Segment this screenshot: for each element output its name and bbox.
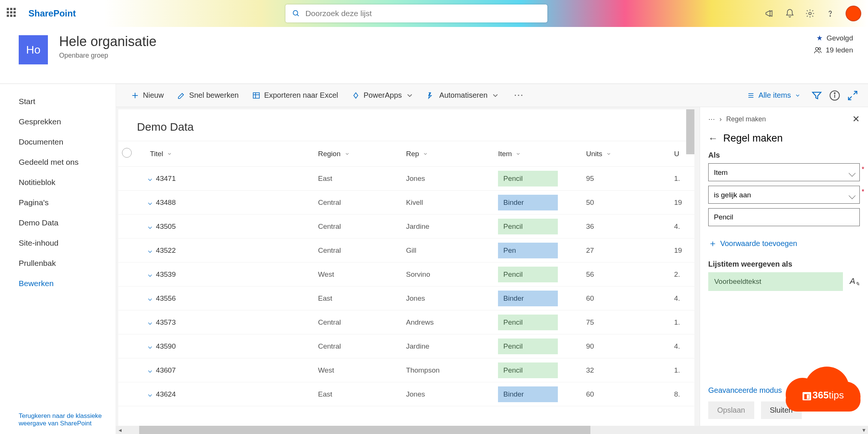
table-row[interactable]: 43539WestSorvinoPencil562. bbox=[118, 262, 694, 286]
site-title[interactable]: Hele organisatie bbox=[59, 34, 156, 49]
bell-icon[interactable] bbox=[785, 9, 795, 18]
nav-item[interactable]: Prullenbak bbox=[19, 253, 116, 273]
cell-titel: 43488 bbox=[146, 191, 314, 215]
app-launcher-icon[interactable] bbox=[7, 8, 18, 19]
brand-label[interactable]: SharePoint bbox=[28, 8, 76, 19]
row-select[interactable] bbox=[118, 191, 146, 215]
chevron-down-icon bbox=[795, 92, 801, 98]
cell-titel: 43505 bbox=[146, 215, 314, 239]
row-select[interactable] bbox=[118, 334, 146, 358]
horizontal-scrollbar-thumb[interactable] bbox=[139, 426, 590, 434]
column-header-region[interactable]: Region bbox=[314, 141, 402, 167]
export-excel-button[interactable]: Exporteren naar Excel bbox=[247, 88, 343, 103]
quick-edit-button[interactable]: Snel bewerken bbox=[172, 88, 244, 103]
cell-u: 2. bbox=[670, 262, 694, 286]
column-header-rep[interactable]: Rep bbox=[402, 141, 494, 167]
table-row[interactable]: 43522CentralGillPen2719 bbox=[118, 239, 694, 262]
cell-units: 95 bbox=[583, 167, 670, 191]
svg-line-18 bbox=[849, 96, 852, 100]
cell-u: 4. bbox=[670, 215, 694, 239]
main-area: Nieuw Snel bewerken Exporteren naar Exce… bbox=[116, 84, 868, 434]
back-arrow-icon[interactable]: ← bbox=[708, 133, 718, 144]
condition-value-field[interactable] bbox=[708, 208, 860, 226]
nav-item[interactable]: Gesprekken bbox=[19, 112, 116, 132]
megaphone-icon[interactable] bbox=[765, 9, 774, 18]
cell-rep: Jardine bbox=[402, 215, 494, 239]
table-row[interactable]: 43556EastJonesBinder604. bbox=[118, 286, 694, 310]
info-icon[interactable] bbox=[829, 90, 840, 101]
table-row[interactable]: 43505CentralJardinePencil364. bbox=[118, 215, 694, 239]
follow-button[interactable]: ★ Gevolgd bbox=[814, 34, 853, 42]
table-row[interactable]: 43607WestThompsonPencil321. bbox=[118, 358, 694, 382]
column-header-titel[interactable]: Titel bbox=[146, 141, 314, 167]
add-condition-button[interactable]: ＋ Voorwaarde toevoegen bbox=[708, 237, 860, 249]
table-row[interactable]: 43471EastJonesPencil951. bbox=[118, 167, 694, 191]
site-nav: StartGesprekkenDocumentenGedeeld met ons… bbox=[0, 84, 116, 434]
table-row[interactable]: 43488CentralKivellBinder5019 bbox=[118, 191, 694, 215]
view-selector[interactable]: Alle items bbox=[743, 89, 804, 102]
gear-icon[interactable] bbox=[805, 9, 815, 18]
plus-icon: ＋ bbox=[708, 237, 717, 249]
scroll-left-arrow[interactable]: ◂ bbox=[116, 427, 124, 434]
condition-column-field[interactable]: Item * bbox=[708, 163, 860, 181]
chevron-right-icon: › bbox=[719, 115, 722, 123]
new-button[interactable]: Nieuw bbox=[126, 88, 169, 103]
table-row[interactable]: 43624EastJonesBinder608. bbox=[118, 382, 694, 406]
vertical-scrollbar-thumb[interactable] bbox=[686, 109, 694, 154]
condition-column-select[interactable]: Item bbox=[708, 163, 860, 181]
condition-operator-field[interactable]: is gelijk aan * bbox=[708, 186, 860, 204]
nav-edit-link[interactable]: Bewerken bbox=[19, 273, 116, 294]
plus-icon bbox=[131, 91, 139, 100]
row-select[interactable] bbox=[118, 215, 146, 239]
row-select[interactable] bbox=[118, 167, 146, 191]
suite-actions bbox=[765, 6, 861, 21]
powerapps-button[interactable]: PowerApps bbox=[346, 88, 419, 103]
condition-value-input[interactable] bbox=[708, 208, 860, 226]
automate-button[interactable]: Automatiseren bbox=[422, 88, 505, 103]
cell-units: 90 bbox=[583, 334, 670, 358]
row-select[interactable] bbox=[118, 239, 146, 262]
filter-icon[interactable] bbox=[811, 90, 822, 101]
close-panel-button[interactable]: ✕ bbox=[852, 114, 860, 124]
cell-rep: Gill bbox=[402, 239, 494, 262]
horizontal-scrollbar[interactable]: ◂ ▾ bbox=[116, 426, 868, 434]
cell-units: 36 bbox=[583, 215, 670, 239]
cell-region: Central bbox=[314, 334, 402, 358]
nav-item[interactable]: Demo Data bbox=[19, 213, 116, 233]
expand-icon[interactable] bbox=[847, 90, 858, 101]
row-select[interactable] bbox=[118, 358, 146, 382]
table-row[interactable]: 43590CentralJardinePencil904. bbox=[118, 334, 694, 358]
row-select[interactable] bbox=[118, 382, 146, 406]
search-input[interactable] bbox=[305, 9, 541, 18]
members-button[interactable]: 19 leden bbox=[814, 46, 853, 54]
condition-operator-select[interactable]: is gelijk aan bbox=[708, 186, 860, 204]
cell-rep: Jones bbox=[402, 286, 494, 310]
table-row[interactable]: 43573CentralAndrewsPencil751. bbox=[118, 310, 694, 334]
row-select[interactable] bbox=[118, 262, 146, 286]
ellipsis-icon[interactable]: ⋯ bbox=[708, 115, 715, 123]
row-select[interactable] bbox=[118, 286, 146, 310]
site-logo[interactable]: Ho bbox=[19, 35, 48, 64]
nav-item[interactable]: Gedeeld met ons bbox=[19, 152, 116, 172]
scroll-dropdown-arrow[interactable]: ▾ bbox=[860, 427, 868, 434]
save-button[interactable]: Opslaan bbox=[708, 401, 754, 419]
help-icon[interactable] bbox=[825, 9, 835, 18]
column-header-units[interactable]: Units bbox=[583, 141, 670, 167]
required-indicator: * bbox=[862, 166, 864, 173]
cell-item: Binder bbox=[494, 286, 582, 310]
nav-item[interactable]: Pagina's bbox=[19, 192, 116, 213]
nav-item[interactable]: Site-inhoud bbox=[19, 233, 116, 253]
cell-units: 32 bbox=[583, 358, 670, 382]
nav-item[interactable]: Notitieblok bbox=[19, 172, 116, 192]
column-header-item[interactable]: Item bbox=[494, 141, 582, 167]
search-box[interactable] bbox=[285, 4, 547, 22]
edit-format-icon[interactable]: A✎ bbox=[850, 276, 860, 287]
classic-view-link[interactable]: Terugkeren naar de klassieke weergave va… bbox=[19, 412, 116, 434]
user-avatar[interactable] bbox=[846, 6, 861, 21]
svg-line-17 bbox=[854, 91, 857, 94]
nav-item[interactable]: Start bbox=[19, 91, 116, 112]
row-select[interactable] bbox=[118, 310, 146, 334]
nav-item[interactable]: Documenten bbox=[19, 132, 116, 152]
more-commands-button[interactable]: ⋯ bbox=[508, 89, 529, 101]
select-all-header[interactable] bbox=[118, 141, 146, 167]
